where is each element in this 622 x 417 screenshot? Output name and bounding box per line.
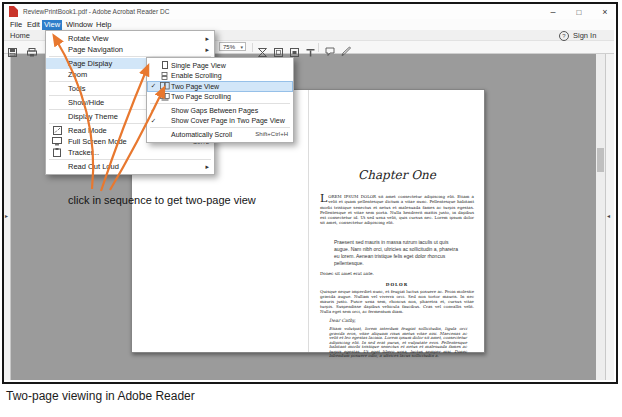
letter-salutation: Dear Cathy, [329, 318, 356, 323]
letter-paragraph: Etiam volutpat, lorem interdum feugiat s… [329, 327, 467, 359]
read-mode-icon[interactable] [306, 43, 315, 61]
window-title: ReviewPrintBook1.pdf - Adobe Acrobat Rea… [23, 8, 169, 15]
menu-separator [49, 159, 211, 160]
pdf-app-icon [9, 6, 18, 17]
body-paragraph: Donec sit amet erat ante. [320, 271, 374, 276]
chevron-down-icon: ▾ [240, 43, 243, 52]
menu-item-read-out-loud[interactable]: Read Out Loud▸ [46, 161, 214, 172]
monitor-icon [46, 137, 68, 146]
comment-icon[interactable] [325, 43, 335, 61]
menu-item-tracker[interactable]: Tracker... [46, 147, 214, 158]
save-icon[interactable] [8, 43, 17, 61]
menu-file[interactable]: File [8, 20, 24, 30]
menu-edit[interactable]: Edit [25, 20, 42, 30]
checkmark-icon: ✓ [147, 82, 158, 90]
body-paragraph: LOREM IPSUM DOLOR sit amet consectetur a… [320, 194, 474, 226]
drop-cap: L [320, 194, 327, 203]
body-paragraph: Praesent sed mauris in massa rutrum iacu… [334, 239, 461, 267]
document-page: Chapter One LOREM IPSUM DOLOR sit amet c… [309, 90, 485, 352]
paragraph-text: OREM IPSUM DOLOR sit amet consectetur ad… [320, 194, 474, 225]
submenu-arrow-icon: ▸ [205, 46, 209, 54]
tab-home[interactable]: Home [10, 31, 30, 40]
read-mode-page-icon [46, 126, 68, 135]
menu-item-automatically-scroll[interactable]: Automatically ScrollShift+Ctrl+H [147, 129, 293, 140]
menu-separator [150, 103, 290, 104]
menu-help[interactable]: Help [94, 20, 113, 30]
two-page-scrolling-icon [158, 93, 171, 101]
close-button[interactable]: × [597, 7, 613, 18]
submenu-arrow-icon: ▸ [205, 35, 209, 43]
section-heading: DOLOR [309, 282, 485, 287]
menu-item-single-page-view[interactable]: Single Page View [147, 60, 293, 71]
toolbar-separator [318, 43, 319, 52]
scrollbar-thumb[interactable] [597, 148, 604, 172]
checkmark-icon: ✓ [147, 106, 158, 114]
submenu-arrow-icon: ▸ [205, 163, 209, 171]
annotation-text: click in sequence to get two-page view [68, 194, 256, 206]
left-panel-toggle-icon[interactable]: ▸ [5, 212, 8, 219]
menu-item-show-cover-page[interactable]: ✓Show Cover Page in Two Page View [147, 116, 293, 127]
menu-item-page-navigation[interactable]: Page Navigation▸ [46, 44, 214, 55]
zoom-level-value: 75% [223, 44, 235, 50]
figure-caption: Two-page viewing in Adobe Reader [6, 389, 195, 403]
print-icon[interactable] [27, 43, 37, 61]
vertical-scrollbar[interactable] [596, 54, 605, 380]
pencil-icon[interactable] [341, 42, 351, 60]
menu-item-two-page-scrolling[interactable]: Two Page Scrolling [147, 92, 293, 103]
zoom-level-select[interactable]: 75%▾ [219, 42, 246, 51]
sign-in-button[interactable]: Sign In [573, 31, 596, 40]
minimize-button[interactable]: – [545, 7, 561, 18]
menu-separator [150, 127, 290, 128]
right-panel-toggle-icon[interactable]: ◂ [607, 212, 610, 219]
menu-item-enable-scrolling[interactable]: Enable Scrolling [147, 71, 293, 82]
page-display-submenu: Single Page View Enable Scrolling ✓Two P… [146, 57, 294, 143]
checkmark-icon: ✓ [147, 117, 158, 125]
toolbar-separator [252, 43, 253, 52]
menu-shortcut: Shift+Ctrl+H [255, 131, 288, 137]
menu-view[interactable]: View [42, 20, 62, 30]
help-circle-icon[interactable]: ? [559, 31, 569, 41]
tracker-icon [46, 148, 68, 157]
maximize-button[interactable]: □ [571, 7, 587, 18]
menu-item-rotate-view[interactable]: Rotate View▸ [46, 33, 214, 44]
chapter-title: Chapter One [309, 168, 485, 182]
menu-item-show-gaps[interactable]: ✓Show Gaps Between Pages [147, 105, 293, 116]
body-paragraph: Quisque neque imperdiet nunc, et feugiat… [320, 290, 474, 315]
single-page-icon [158, 61, 171, 69]
menu-item-two-page-view[interactable]: ✓Two Page View [147, 81, 293, 92]
enable-scrolling-icon [158, 72, 171, 80]
menu-window[interactable]: Window [64, 20, 95, 30]
two-page-icon [158, 82, 171, 90]
